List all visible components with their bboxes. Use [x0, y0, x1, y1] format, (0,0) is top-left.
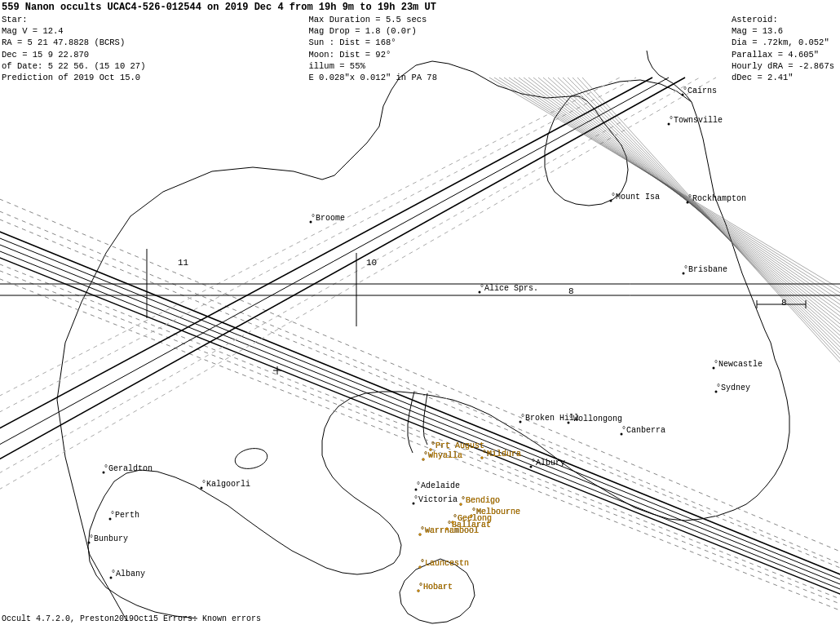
star-ofdate: of Date: 5 22 56. (15 10 27) [2, 60, 145, 72]
moon-dist: Moon: Dist = 92° [308, 49, 437, 60]
duration-info: Max Duration = 5.5 secs Mag Drop = 1.8 (… [308, 14, 437, 83]
sun-dist: Sun : Dist = 168° [308, 37, 437, 48]
asteroid-parallax: Parallax = 4.605" [732, 49, 834, 60]
asteroid-label: Asteroid: [732, 14, 834, 25]
star-info: Star: Mag V = 12.4 RA = 5 21 47.8828 (BC… [2, 14, 145, 83]
main-container: 559 Nanon occults UCAC4-526-012544 on 20… [0, 0, 840, 625]
asteroid-mag: Mag = 13.6 [732, 25, 834, 37]
illum: illum = 55% [308, 60, 437, 72]
star-label: Star: [2, 14, 145, 25]
star-prediction: Prediction of 2019 Oct 15.0 [2, 72, 145, 83]
star-mag: Mag V = 12.4 [2, 25, 145, 37]
footer: Occult 4.7.2.0, Preston2019Oct15 Errors:… [2, 614, 261, 623]
header-info: 559 Nanon occults UCAC4-526-012544 on 20… [2, 2, 838, 83]
max-duration: Max Duration = 5.5 secs [308, 14, 437, 25]
asteroid-ddec: dDec = 2.41" [732, 72, 834, 83]
asteroid-dra: Hourly dRA = -2.867s [732, 60, 834, 72]
ellipse: E 0.028"x 0.012" in PA 78 [308, 72, 437, 83]
asteroid-dia: Dia = .72km, 0.052" [732, 37, 834, 48]
star-ra: RA = 5 21 47.8828 (BCRS) [2, 37, 145, 48]
asteroid-info: Asteroid: Mag = 13.6 Dia = .72km, 0.052"… [732, 14, 834, 83]
map-canvas [0, 0, 840, 625]
star-dec: Dec = 15 9 22.870 [2, 49, 145, 60]
mag-drop: Mag Drop = 1.8 (0.0r) [308, 25, 437, 37]
title: 559 Nanon occults UCAC4-526-012544 on 20… [2, 2, 838, 13]
